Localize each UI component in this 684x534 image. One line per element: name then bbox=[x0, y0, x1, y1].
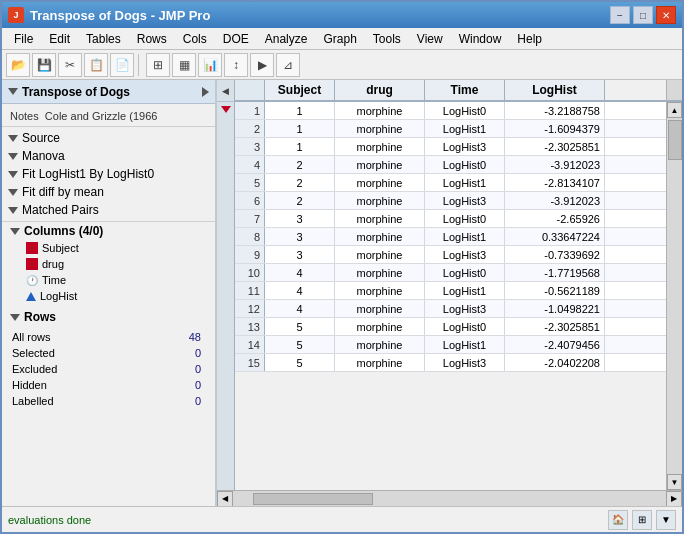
open-button[interactable]: 📂 bbox=[6, 53, 30, 77]
status-icons: 🏠 ⊞ ▼ bbox=[608, 510, 676, 530]
scrollbar-right[interactable]: ▲ ▼ bbox=[666, 102, 682, 490]
source-collapse-icon[interactable] bbox=[8, 135, 18, 142]
rows-section-header[interactable]: Rows bbox=[10, 310, 207, 324]
chart-button[interactable]: 📊 bbox=[198, 53, 222, 77]
scroll-track[interactable] bbox=[667, 118, 682, 474]
grid-button[interactable]: ⊞ bbox=[146, 53, 170, 77]
column-loghist[interactable]: LogHist bbox=[10, 288, 207, 304]
table-row[interactable]: 6 2 morphine LogHist3 -3.912023 bbox=[235, 192, 666, 210]
table-button[interactable]: ▦ bbox=[172, 53, 196, 77]
table-row[interactable]: 11 4 morphine LogHist1 -0.5621189 bbox=[235, 282, 666, 300]
table-row[interactable]: 3 1 morphine LogHist3 -2.3025851 bbox=[235, 138, 666, 156]
save-button[interactable]: 💾 bbox=[32, 53, 56, 77]
column-time-label: Time bbox=[42, 274, 66, 286]
menu-window[interactable]: Window bbox=[451, 30, 510, 48]
matched-pairs-collapse-icon[interactable] bbox=[8, 207, 18, 214]
columns-collapse-icon[interactable] bbox=[10, 228, 20, 235]
col-header-time[interactable]: Time bbox=[425, 80, 505, 100]
hscroll-track[interactable] bbox=[233, 491, 666, 507]
col-header-loghist[interactable]: LogHist bbox=[505, 80, 605, 100]
paste-button[interactable]: 📄 bbox=[110, 53, 134, 77]
scroll-down-status-button[interactable]: ▼ bbox=[656, 510, 676, 530]
menu-doe[interactable]: DOE bbox=[215, 30, 257, 48]
menu-edit[interactable]: Edit bbox=[41, 30, 78, 48]
hscroll-thumb[interactable] bbox=[253, 493, 373, 505]
row-num-header bbox=[235, 80, 265, 102]
table-row[interactable]: 2 1 morphine LogHist1 -1.6094379 bbox=[235, 120, 666, 138]
cell-loghist: -2.0402208 bbox=[505, 354, 605, 371]
cell-time: LogHist3 bbox=[425, 300, 505, 317]
loghist-type-icon bbox=[26, 292, 36, 301]
manova-collapse-icon[interactable] bbox=[8, 153, 18, 160]
menu-help[interactable]: Help bbox=[509, 30, 550, 48]
fit-diff-collapse-icon[interactable] bbox=[8, 189, 18, 196]
cell-time: LogHist1 bbox=[425, 228, 505, 245]
columns-section-header[interactable]: Columns (4/0) bbox=[10, 224, 207, 238]
cell-drug: morphine bbox=[335, 336, 425, 353]
hscroll-left-button[interactable]: ◀ bbox=[217, 491, 233, 507]
column-drug[interactable]: drug bbox=[10, 256, 207, 272]
column-loghist-label: LogHist bbox=[40, 290, 77, 302]
rows-selected: Selected 0 bbox=[12, 346, 205, 360]
table-row[interactable]: 12 4 morphine LogHist3 -1.0498221 bbox=[235, 300, 666, 318]
layout-button[interactable]: ⊞ bbox=[632, 510, 652, 530]
table-row[interactable]: 7 3 morphine LogHist0 -2.65926 bbox=[235, 210, 666, 228]
cell-loghist: 0.33647224 bbox=[505, 228, 605, 245]
scroll-down-button[interactable]: ▼ bbox=[667, 474, 682, 490]
fit-loghist-label: Fit LogHist1 By LogHist0 bbox=[22, 167, 154, 181]
copy-button[interactable]: 📋 bbox=[84, 53, 108, 77]
column-time[interactable]: 🕐 Time bbox=[10, 272, 207, 288]
column-drug-label: drug bbox=[42, 258, 64, 270]
matched-pairs-section[interactable]: Matched Pairs bbox=[2, 201, 215, 219]
source-section[interactable]: Source bbox=[2, 129, 215, 147]
collapse-icon[interactable] bbox=[8, 88, 18, 95]
scroll-up-button[interactable]: ▲ bbox=[667, 102, 682, 118]
table-row[interactable]: 10 4 morphine LogHist0 -1.7719568 bbox=[235, 264, 666, 282]
menu-cols[interactable]: Cols bbox=[175, 30, 215, 48]
cell-subject: 5 bbox=[265, 336, 335, 353]
main-window: J Transpose of Dogs - JMP Pro − □ ✕ File… bbox=[0, 0, 684, 534]
rows-collapse-icon[interactable] bbox=[10, 314, 20, 321]
home-button[interactable]: 🏠 bbox=[608, 510, 628, 530]
filter-button[interactable]: ▶ bbox=[250, 53, 274, 77]
column-subject[interactable]: Subject bbox=[10, 240, 207, 256]
left-nav-top-btn[interactable]: ◀ bbox=[217, 80, 235, 102]
cell-loghist: -2.65926 bbox=[505, 210, 605, 227]
table-row[interactable]: 13 5 morphine LogHist0 -2.3025851 bbox=[235, 318, 666, 336]
table-row[interactable]: 1 1 morphine LogHist0 -3.2188758 bbox=[235, 102, 666, 120]
fit-loghist-section[interactable]: Fit LogHist1 By LogHist0 bbox=[2, 165, 215, 183]
subset-button[interactable]: ⊿ bbox=[276, 53, 300, 77]
hscroll-right-button[interactable]: ▶ bbox=[666, 491, 682, 507]
menu-analyze[interactable]: Analyze bbox=[257, 30, 316, 48]
cell-subject: 3 bbox=[265, 228, 335, 245]
menu-graph[interactable]: Graph bbox=[315, 30, 364, 48]
menu-file[interactable]: File bbox=[6, 30, 41, 48]
data-rows-area[interactable]: 1 1 morphine LogHist0 -3.2188758 2 1 mor… bbox=[235, 102, 666, 490]
cell-time: LogHist3 bbox=[425, 246, 505, 263]
sort-button[interactable]: ↕ bbox=[224, 53, 248, 77]
expand-icon[interactable] bbox=[202, 87, 209, 97]
minimize-button[interactable]: − bbox=[610, 6, 630, 24]
table-row[interactable]: 14 5 morphine LogHist1 -2.4079456 bbox=[235, 336, 666, 354]
rows-labelled-label: Labelled bbox=[12, 394, 153, 408]
col-header-drug[interactable]: drug bbox=[335, 80, 425, 100]
scroll-thumb[interactable] bbox=[668, 120, 682, 160]
fit-loghist-collapse-icon[interactable] bbox=[8, 171, 18, 178]
close-button[interactable]: ✕ bbox=[656, 6, 676, 24]
cut-button[interactable]: ✂ bbox=[58, 53, 82, 77]
menu-tools[interactable]: Tools bbox=[365, 30, 409, 48]
manova-section[interactable]: Manova bbox=[2, 147, 215, 165]
table-row[interactable]: 8 3 morphine LogHist1 0.33647224 bbox=[235, 228, 666, 246]
maximize-button[interactable]: □ bbox=[633, 6, 653, 24]
col-header-subject[interactable]: Subject bbox=[265, 80, 335, 100]
menu-rows[interactable]: Rows bbox=[129, 30, 175, 48]
menu-tables[interactable]: Tables bbox=[78, 30, 129, 48]
down-indicator-icon bbox=[221, 106, 231, 113]
fit-diff-section[interactable]: Fit diff by mean bbox=[2, 183, 215, 201]
table-row[interactable]: 9 3 morphine LogHist3 -0.7339692 bbox=[235, 246, 666, 264]
cell-time: LogHist0 bbox=[425, 318, 505, 335]
table-row[interactable]: 5 2 morphine LogHist1 -2.8134107 bbox=[235, 174, 666, 192]
table-row[interactable]: 4 2 morphine LogHist0 -3.912023 bbox=[235, 156, 666, 174]
menu-view[interactable]: View bbox=[409, 30, 451, 48]
table-row[interactable]: 15 5 morphine LogHist3 -2.0402208 bbox=[235, 354, 666, 372]
